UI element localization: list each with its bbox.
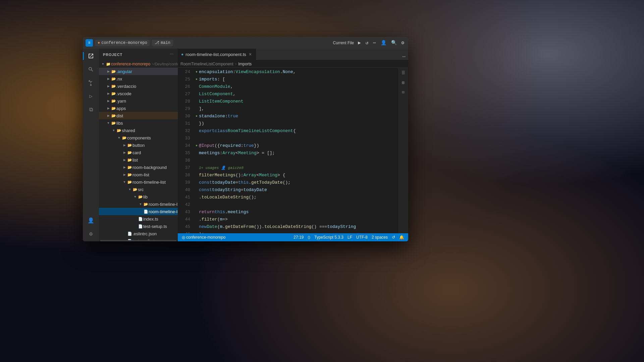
tree-rtl-sub[interactable]: ▼ 📂 room-timeline-list	[99, 200, 178, 208]
code-line-38: ● const todayDate = this.getTodayDate();	[193, 179, 398, 186]
source-control-icon[interactable]: ≡	[86, 39, 93, 47]
activity-search[interactable]	[85, 63, 97, 75]
breadcrumb-imports[interactable]: Imports	[238, 62, 252, 66]
tree-lib[interactable]: ▼ 📂 lib	[99, 193, 178, 200]
code-line-42: ● return this.meetings	[193, 208, 398, 216]
status-branch[interactable]: ◎ conference-monorepo	[180, 235, 227, 240]
tree-card[interactable]: ▶ 📂 card	[99, 149, 178, 156]
activity-source-control[interactable]	[85, 77, 97, 89]
code-content[interactable]: ● encapsulation: ViewEncapsulation.None,…	[193, 68, 398, 233]
tree-lib-label: lib	[143, 194, 148, 199]
tree-list[interactable]: ▶ 📂 list	[99, 156, 178, 164]
status-branch-label: conference-monorepo	[186, 235, 225, 240]
run-button[interactable]: ▶	[357, 39, 362, 46]
tree-components[interactable]: ▼ 📂 components	[99, 134, 178, 141]
tree-angular[interactable]: ▶ 📂 .angular	[99, 68, 178, 75]
tree-yarn-label: .yarn	[116, 99, 126, 104]
right-panel: ☰ ▤ ⊡	[398, 68, 408, 233]
file-tree[interactable]: ▼ 📁 conference-monorepo ~/Dev/tmp/confer…	[99, 60, 178, 240]
editor-area: ● room-timeline-list.component.ts × ⋯ Ro…	[178, 49, 408, 241]
tree-list-label: list	[132, 158, 138, 163]
activity-settings[interactable]: ⚙	[85, 228, 97, 240]
activity-extensions[interactable]: ⧉	[85, 104, 97, 116]
tree-nx[interactable]: ▶ 📂 .nx	[99, 75, 178, 82]
sidebar-scrollbar[interactable]	[100, 240, 176, 241]
tree-verdaccio[interactable]: ▶ 📂 .verdaccio	[99, 82, 178, 90]
tree-button[interactable]: ▶ 📂 button	[99, 141, 178, 149]
main-layout: ▷ ⧉ 👤 ⚙ Project ⋯ ▼ 📁 conference-monorep…	[83, 49, 408, 241]
activity-bar: ▷ ⧉ 👤 ⚙	[83, 49, 99, 241]
code-line-31: ● })	[193, 120, 398, 127]
line-numbers: 2425262728 2930313233 3435363738 3940414…	[178, 68, 193, 233]
tree-vscode[interactable]: ▶ 📂 .vscode	[99, 90, 178, 97]
status-encoding[interactable]: UTF-8	[355, 235, 369, 240]
search-button[interactable]: 🔍	[390, 39, 398, 46]
refresh-button[interactable]: ↺	[364, 39, 370, 46]
tree-dist[interactable]: ▶ 📂 dist	[99, 112, 178, 119]
minimap-icon[interactable]: ▤	[400, 79, 406, 86]
code-line-35: ● meetings: Array<Meeting> = [];	[193, 149, 398, 157]
code-line-37: ● filterMeetings(): Array<Meeting> {	[193, 172, 398, 179]
breadcrumb: RoomTimelineListComponent › Imports	[178, 60, 408, 68]
code-line-30: ● standalone: true	[193, 113, 398, 120]
tree-vscode-label: .vscode	[116, 91, 131, 96]
activity-account[interactable]: 👤	[85, 215, 97, 227]
code-line-29: ● ],	[193, 105, 398, 113]
status-bar: ◎ conference-monorepo 27:19 ⟨⟩ TypeScrip…	[178, 233, 408, 241]
tree-index[interactable]: 📄 index.ts	[99, 215, 178, 223]
tree-room-list-label: room-list	[132, 172, 149, 177]
tree-shared[interactable]: ▼ 📂 shared	[99, 127, 178, 134]
tree-apps[interactable]: ▶ 📂 apps	[99, 105, 178, 112]
settings-button[interactable]: ⚙	[400, 39, 406, 46]
tree-rtl-sub-label: room-timeline-list	[149, 202, 178, 207]
tab-close-button[interactable]: ×	[248, 52, 252, 57]
code-line-41: ●	[193, 201, 398, 208]
tree-room-background[interactable]: ▶ 📂 room-background	[99, 164, 178, 171]
tree-yarn[interactable]: ▶ 📂 .yarn	[99, 97, 178, 105]
tree-room-list[interactable]: ▶ 📂 room-list	[99, 171, 178, 178]
repo-selector[interactable]: ● conference-monorepo	[95, 40, 150, 46]
code-line-39: ● const todayString = todayDate	[193, 186, 398, 194]
tree-root[interactable]: ▼ 📁 conference-monorepo ~/Dev/tmp/confer…	[99, 60, 178, 68]
collapse-icon[interactable]: ☰	[400, 69, 407, 77]
code-line-44: ● new Date(m.getDateFrom()).toLocaleDate…	[193, 223, 398, 231]
gutter-24: ●	[196, 68, 198, 76]
status-line-ending[interactable]: LF	[346, 235, 354, 240]
tree-libs[interactable]: ▼ 📂 libs	[99, 119, 178, 127]
tree-test-setup[interactable]: 📄 test-setup.ts	[99, 223, 178, 230]
status-sync-icon[interactable]: ↺	[390, 235, 396, 240]
activity-explorer[interactable]	[85, 50, 97, 62]
tree-src[interactable]: ▼ 📂 src	[99, 186, 178, 193]
tree-angular-label: .angular	[116, 69, 132, 74]
code-line-36: ●	[193, 157, 398, 164]
breadcrumb-component[interactable]: RoomTimelineListComponent	[180, 62, 233, 66]
title-bar-left: ≡ ● conference-monorepo ⎇ main	[86, 39, 173, 47]
more-button[interactable]: ⋯	[372, 39, 377, 46]
tree-components-label: components	[127, 135, 151, 140]
sidebar: Project ⋯ ▼ 📁 conference-monorepo ~/Dev/…	[99, 49, 178, 241]
code-line-26: ● CommonModule,	[193, 83, 398, 90]
status-bell-icon[interactable]: 🔔	[398, 235, 406, 240]
tree-jest[interactable]: 📄 jest.config.ts	[99, 237, 178, 240]
tree-room-timeline-list[interactable]: ▼ 📂 room-timeline-list	[99, 178, 178, 186]
tab-component-file[interactable]: ● room-timeline-list.component.ts ×	[178, 49, 256, 60]
sidebar-collapse-icon[interactable]: ⋯	[170, 52, 174, 57]
tree-libs-label: libs	[116, 121, 123, 126]
panel-icon-3[interactable]: ⊡	[400, 88, 406, 96]
account-button[interactable]: 👤	[379, 39, 388, 46]
tab-more-actions[interactable]: ⋯	[402, 53, 408, 60]
status-position[interactable]: 27:19	[292, 235, 305, 240]
branch-icon: ⎇	[155, 40, 159, 45]
tree-card-label: card	[132, 150, 141, 155]
activity-debug[interactable]: ▷	[85, 90, 97, 102]
status-ts-icon[interactable]: ⟨⟩	[306, 235, 312, 240]
code-line-27: ● ListComponent,	[193, 90, 398, 98]
tree-eslint[interactable]: 📄 .eslintrc.json	[99, 230, 178, 237]
tree-component-file[interactable]: 📄 room-timeline-list.component.ts	[99, 208, 178, 215]
branch-selector[interactable]: ⎇ main	[152, 40, 173, 46]
root-arrow: ▼	[100, 61, 106, 67]
tab-bar: ● room-timeline-list.component.ts × ⋯	[178, 49, 408, 60]
status-indent[interactable]: 2 spaces	[370, 235, 389, 240]
status-ts-version[interactable]: TypeScript 5.3.3	[313, 235, 345, 240]
code-editor: 2425262728 2930313233 3435363738 3940414…	[178, 68, 408, 233]
